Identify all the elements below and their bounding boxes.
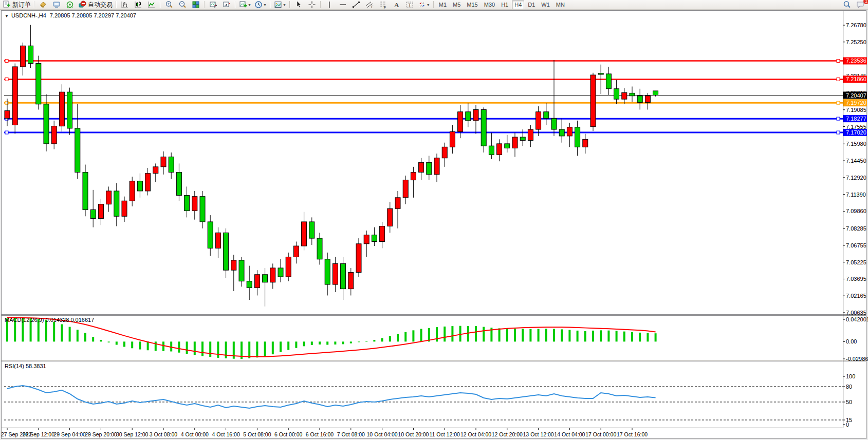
autotrading-button[interactable]: 自动交易 bbox=[77, 0, 114, 10]
price-axis[interactable]: 7.267807.252507.221457.206157.190857.175… bbox=[843, 22, 868, 428]
arrows-button[interactable]: ▼ bbox=[416, 0, 432, 10]
svg-text:E: E bbox=[371, 5, 374, 9]
svg-text:7.03695: 7.03695 bbox=[846, 276, 866, 282]
tile-windows-button[interactable] bbox=[189, 0, 202, 10]
dropdown-arrow-icon[interactable]: ▼ bbox=[283, 3, 286, 7]
time-axis[interactable]: 27 Sep 202228 Sep 12:0029 Sep 04:0029 Se… bbox=[1, 428, 648, 437]
search-icon bbox=[843, 1, 851, 9]
svg-text:A: A bbox=[394, 1, 399, 9]
fibonacci-button[interactable]: F bbox=[376, 0, 390, 10]
auto-arrange-button[interactable] bbox=[207, 0, 220, 10]
svg-text:10 Oct 20:00: 10 Oct 20:00 bbox=[398, 431, 429, 437]
svg-text:11 Oct 12:00: 11 Oct 12:00 bbox=[430, 431, 460, 437]
svg-text:28 Sep 12:00: 28 Sep 12:00 bbox=[23, 431, 55, 437]
svg-text:7.21860: 7.21860 bbox=[846, 76, 866, 82]
cursor-icon bbox=[294, 1, 303, 9]
svg-text:13 Oct 12:00: 13 Oct 12:00 bbox=[523, 431, 554, 437]
svg-text:7.05225: 7.05225 bbox=[846, 259, 866, 265]
indicators-button[interactable] bbox=[36, 0, 50, 10]
svg-text:7.02165: 7.02165 bbox=[846, 293, 866, 299]
svg-text:5 Oct 08:00: 5 Oct 08:00 bbox=[243, 431, 271, 437]
svg-text:80: 80 bbox=[846, 384, 852, 390]
timeframe-button-mn[interactable]: MN bbox=[553, 1, 567, 9]
text-button[interactable]: A bbox=[390, 0, 403, 10]
vertical-line-button[interactable] bbox=[323, 0, 336, 10]
one-click-trading-arrow[interactable]: ▼ bbox=[5, 14, 9, 18]
svg-text:0.042001: 0.042001 bbox=[846, 316, 868, 322]
svg-text:10 Oct 04:00: 10 Oct 04:00 bbox=[367, 431, 398, 437]
timeframe-button-h1[interactable]: H1 bbox=[498, 1, 511, 9]
metaeditor-button[interactable] bbox=[50, 0, 63, 10]
toolbar-button-label: 自动交易 bbox=[88, 1, 113, 9]
indicators-icon bbox=[39, 1, 47, 9]
chart-plot-area[interactable]: 7.267807.252507.221457.206157.190857.175… bbox=[0, 0, 868, 440]
timeframe-button-d1[interactable]: D1 bbox=[525, 1, 538, 9]
timeframe-button-m30[interactable]: M30 bbox=[482, 1, 497, 9]
timeframe-button-m15[interactable]: M15 bbox=[464, 1, 480, 9]
chart-ohlc-values: 7.20805 7.20805 7.20297 7.20407 bbox=[50, 12, 136, 18]
svg-text:7.20407: 7.20407 bbox=[846, 92, 866, 99]
crosshair-button[interactable] bbox=[305, 0, 319, 10]
svg-text:12 Oct 04:00: 12 Oct 04:00 bbox=[460, 431, 491, 437]
rsi-line bbox=[4, 386, 843, 420]
templates-button[interactable]: ▼ bbox=[272, 0, 288, 10]
toolbar-separator bbox=[160, 1, 161, 8]
notifications-button[interactable]: 1 bbox=[854, 0, 867, 10]
signals-icon bbox=[66, 1, 74, 9]
signals-button[interactable] bbox=[63, 0, 77, 10]
svg-text:0: 0 bbox=[846, 422, 849, 428]
new-order-button[interactable]: 新订单 bbox=[1, 0, 32, 10]
svg-text:14 Oct 04:00: 14 Oct 04:00 bbox=[554, 431, 585, 437]
toolbar-separator bbox=[270, 1, 271, 8]
svg-text:7.15980: 7.15980 bbox=[846, 141, 866, 147]
toolbar-separator bbox=[116, 1, 117, 8]
line-chart-icon bbox=[147, 1, 156, 9]
panel-separators[interactable] bbox=[2, 11, 866, 428]
svg-text:7.12920: 7.12920 bbox=[846, 175, 866, 181]
toolbar-right-group: 1 bbox=[840, 0, 867, 10]
bar-chart-button[interactable] bbox=[118, 0, 132, 10]
macd-signal-line bbox=[7, 318, 656, 357]
svg-text:4 Oct 16:00: 4 Oct 16:00 bbox=[212, 431, 239, 437]
svg-text:6 Oct 00:00: 6 Oct 00:00 bbox=[274, 431, 302, 437]
toolbar-button-label: 新订单 bbox=[12, 1, 31, 9]
svg-text:7.11390: 7.11390 bbox=[846, 192, 866, 198]
timeframe-button-m1[interactable]: M1 bbox=[436, 1, 449, 9]
toolbar-separator bbox=[320, 1, 321, 8]
svg-text:7.18277: 7.18277 bbox=[846, 116, 866, 122]
autotrading-icon bbox=[78, 1, 86, 9]
svg-text:0.00: 0.00 bbox=[846, 338, 857, 345]
timeframe-button-h4[interactable]: H4 bbox=[512, 1, 524, 9]
text-label-icon: T bbox=[405, 1, 414, 9]
svg-text:7.17555: 7.17555 bbox=[846, 124, 866, 130]
text-label-button[interactable]: T bbox=[403, 0, 416, 10]
zoom-out-button[interactable] bbox=[176, 0, 189, 10]
svg-text:100: 100 bbox=[846, 373, 855, 379]
search-button[interactable] bbox=[840, 0, 854, 10]
main-toolbar: 新订单自动交易▼▼▼EFAT▼M1M5M15M30H1H4D1W1MN1 bbox=[0, 0, 868, 10]
dropdown-arrow-icon[interactable]: ▼ bbox=[263, 3, 267, 7]
timeframe-button-w1[interactable]: W1 bbox=[539, 1, 552, 9]
timeframe-button-m5[interactable]: M5 bbox=[450, 1, 463, 9]
horizontal-line-objects[interactable] bbox=[4, 59, 843, 134]
equidistant-channel-icon: E bbox=[365, 1, 374, 9]
profiles-clock-button[interactable]: ▼ bbox=[253, 0, 268, 10]
equidistant-channel-button[interactable]: E bbox=[363, 0, 376, 10]
new-chart-button[interactable]: ▼ bbox=[237, 0, 253, 10]
zoom-in-button[interactable] bbox=[162, 0, 176, 10]
svg-text:50: 50 bbox=[846, 399, 852, 405]
svg-text:7.19720: 7.19720 bbox=[846, 100, 866, 106]
toolbar-separator bbox=[204, 1, 205, 8]
svg-text:7.19085: 7.19085 bbox=[846, 107, 866, 113]
dropdown-arrow-icon[interactable]: ▼ bbox=[427, 3, 430, 7]
chart-shift-button[interactable] bbox=[220, 0, 233, 10]
cursor-button[interactable] bbox=[292, 0, 305, 10]
candlestick-chart-button[interactable] bbox=[132, 0, 145, 10]
line-chart-button[interactable] bbox=[145, 0, 158, 10]
horizontal-line-button[interactable] bbox=[336, 0, 349, 10]
dropdown-arrow-icon[interactable]: ▼ bbox=[248, 3, 251, 7]
rsi-indicator-label: RSI(14) 58.3831 bbox=[5, 363, 46, 369]
svg-text:29 Sep 04:00: 29 Sep 04:00 bbox=[53, 431, 86, 437]
candlestick-chart-icon bbox=[134, 1, 142, 9]
trendline-button[interactable] bbox=[349, 0, 363, 10]
